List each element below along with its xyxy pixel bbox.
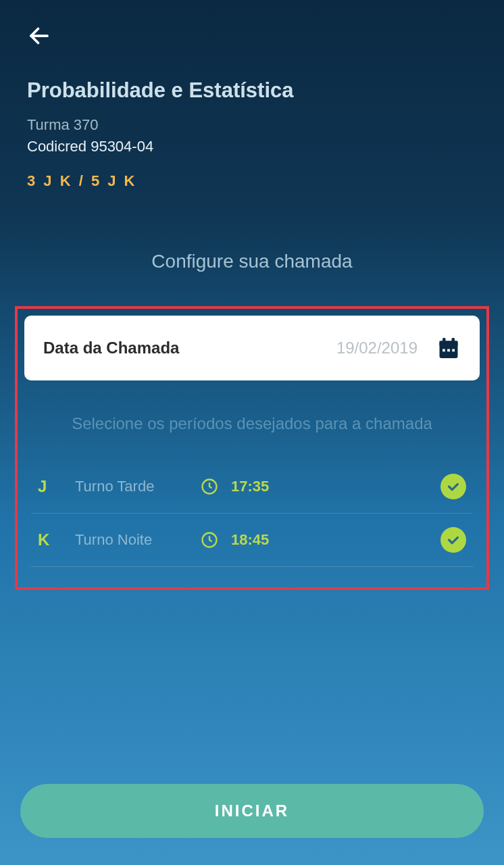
class-group: Turma 370 [27,116,477,134]
clock-icon [200,477,219,496]
period-code: K [38,530,75,549]
calendar-icon[interactable] [436,336,461,360]
period-time: 18:45 [231,531,440,549]
svg-rect-3 [443,338,446,343]
course-title: Probabilidade e Estatística [27,78,477,103]
codicred: Codicred 95304-04 [27,138,477,155]
date-right: 19/02/2019 [336,336,461,360]
configure-title: Configure sua chamada [0,251,504,272]
period-shift: Turno Noite [75,531,200,549]
period-row-j[interactable]: J Turno Tarde 17:35 [31,460,473,514]
period-row-k[interactable]: K Turno Noite 18:45 [31,514,473,567]
date-label: Data da Chamada [43,339,179,357]
config-highlight-box: Data da Chamada 19/02/2019 Selecione os … [15,306,489,590]
date-value: 19/02/2019 [336,339,418,357]
date-picker-card[interactable]: Data da Chamada 19/02/2019 [24,316,480,380]
svg-rect-2 [440,341,458,347]
header: Probabilidade e Estatística Turma 370 Co… [0,0,504,203]
svg-rect-6 [447,349,450,352]
period-selected-check[interactable] [440,527,466,553]
svg-rect-5 [443,349,445,352]
period-code: J [38,477,75,496]
svg-rect-7 [452,349,455,352]
start-button[interactable]: INICIAR [20,784,484,838]
schedule-code: 3 J K / 5 J K [27,172,477,190]
clock-icon [200,530,219,549]
period-time: 17:35 [231,478,440,495]
period-shift: Turno Tarde [75,478,200,495]
arrow-left-icon [27,24,51,48]
back-button[interactable] [27,24,51,48]
select-periods-title: Selecione os períodos desejados para a c… [31,414,473,433]
period-selected-check[interactable] [440,474,466,499]
svg-rect-4 [452,338,455,343]
check-icon [446,533,461,547]
check-icon [446,479,461,494]
